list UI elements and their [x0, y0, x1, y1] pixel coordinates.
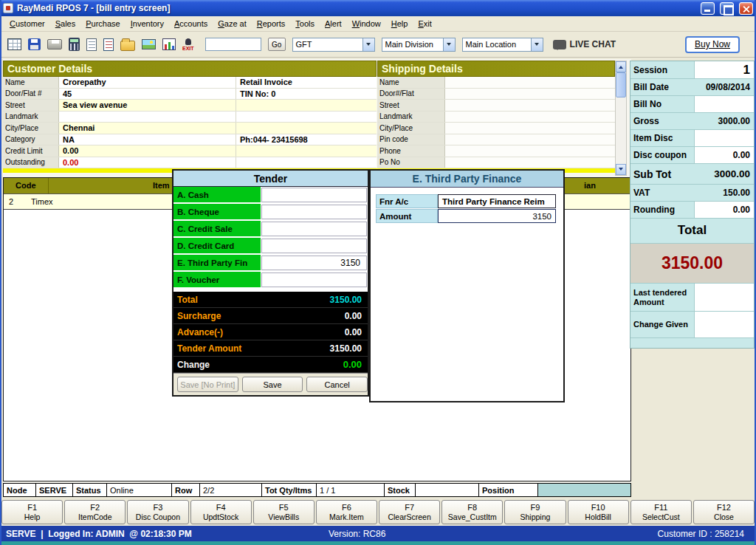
f4-updtstock-button[interactable]: F4UpdtStock	[190, 500, 252, 524]
tender-dialog: Tender A. Cash B. Cheque C. Credit Sale …	[172, 169, 369, 397]
shipping-city-field[interactable]	[445, 123, 615, 134]
street-value[interactable]: Sea view avenue	[59, 100, 236, 111]
tender-third-party-input[interactable]: 3150	[261, 256, 367, 270]
menu-exit[interactable]: Exit	[413, 17, 436, 30]
minimize-button[interactable]	[701, 2, 715, 15]
item-name-cell: Timex	[26, 197, 53, 206]
customer-name-value[interactable]: Crorepathy	[59, 77, 236, 88]
fkey-label: Shipping	[505, 513, 565, 522]
disc-coupon-value[interactable]: 0.00	[694, 147, 754, 163]
tender-credit-card-input[interactable]	[261, 239, 367, 253]
advance-value: 0.00	[261, 327, 368, 337]
tender-mode-voucher-label: F. Voucher	[173, 272, 261, 289]
exit-icon[interactable]: EXIT	[182, 38, 194, 51]
image-icon[interactable]	[142, 39, 156, 49]
menu-gaze-at[interactable]: Gaze at	[213, 17, 252, 30]
field-value-2[interactable]	[236, 112, 377, 123]
menu-inventory[interactable]: Inventory	[126, 17, 169, 30]
fnr-account-value[interactable]: Third Party Finance Reim	[438, 194, 556, 208]
scroll-up-icon[interactable]	[616, 61, 626, 72]
live-chat-button[interactable]: LIVE CHAT	[553, 39, 616, 49]
f5-viewbills-button[interactable]: F5ViewBills	[253, 500, 315, 524]
field-value-2[interactable]	[236, 100, 377, 111]
scrollbar-thumb[interactable]	[616, 72, 626, 97]
tender-cash-input[interactable]	[261, 188, 367, 202]
f6-mark-item-button[interactable]: F6Mark.Item	[316, 500, 377, 524]
chevron-down-icon[interactable]	[443, 38, 455, 51]
chevron-down-icon[interactable]	[531, 38, 543, 51]
city-value[interactable]: Chennai	[59, 123, 236, 134]
cancel-button[interactable]: Cancel	[306, 377, 368, 392]
door-value[interactable]: 45	[59, 89, 236, 100]
shipping-landmark-field[interactable]	[445, 112, 615, 123]
buy-now-button[interactable]: Buy Now	[685, 36, 740, 53]
shipping-pincode-field[interactable]	[445, 134, 615, 145]
scrollbar-track[interactable]	[616, 72, 626, 164]
menu-alert[interactable]: Alert	[320, 17, 347, 30]
f10-holdbill-button[interactable]: F10HoldBill	[568, 500, 629, 524]
f1-help-button[interactable]: F1Help	[1, 500, 63, 524]
bills-icon[interactable]	[7, 38, 21, 50]
details-scrollbar[interactable]	[615, 61, 627, 176]
menu-window[interactable]: Window	[347, 17, 386, 30]
shipping-pono-field[interactable]	[445, 157, 615, 168]
menu-customer[interactable]: Customer	[4, 17, 50, 30]
tender-voucher-input[interactable]	[261, 272, 367, 287]
f7-clearscreen-button[interactable]: F7ClearScreen	[379, 500, 440, 524]
go-button[interactable]: Go	[268, 38, 286, 51]
chat-bubble-icon	[553, 40, 566, 49]
f3-disc-coupon-button[interactable]: F3Disc Coupon	[127, 500, 188, 524]
tender-cheque-input[interactable]	[261, 205, 367, 219]
quick-search-input[interactable]	[205, 38, 261, 51]
menu-accounts[interactable]: Accounts	[169, 17, 213, 30]
maximize-button[interactable]	[720, 2, 734, 15]
shipping-door-field[interactable]	[445, 89, 615, 100]
field-value-2[interactable]	[236, 145, 377, 157]
shipping-street-field[interactable]	[445, 100, 615, 111]
tot-qty-label: Tot Qty/Itms	[262, 484, 317, 496]
f11-selectcust-button[interactable]: F11SelectCust	[630, 500, 692, 524]
branch-dropdown-value: GFT	[296, 40, 312, 49]
landmark-value[interactable]	[59, 112, 236, 123]
document-list-icon[interactable]	[103, 38, 114, 51]
rounding-value[interactable]: 0.00	[694, 202, 754, 218]
open-folder-icon[interactable]	[120, 41, 135, 51]
phone-value[interactable]: Ph:044- 23415698	[236, 134, 377, 145]
chevron-down-icon[interactable]	[362, 38, 374, 51]
category-value[interactable]: NA	[59, 134, 236, 145]
save-button[interactable]: Save	[242, 377, 303, 392]
menu-help[interactable]: Help	[386, 17, 413, 30]
menu-purchase[interactable]: Purchase	[80, 17, 125, 30]
f9-shipping-button[interactable]: F9Shipping	[504, 500, 566, 524]
branch-dropdown[interactable]: GFT	[292, 38, 375, 52]
save-bill-icon[interactable]	[28, 38, 41, 50]
menu-reports[interactable]: Reports	[252, 17, 291, 30]
f12-close-button[interactable]: F12Close	[693, 500, 755, 524]
tender-credit-sale-input[interactable]	[261, 222, 367, 236]
tin-value[interactable]: TIN No: 0	[236, 89, 377, 100]
division-dropdown[interactable]: Main Division	[382, 38, 456, 52]
item-disc-label: Item Disc	[630, 130, 694, 146]
tender-amount-label: Tender Amount	[173, 343, 261, 354]
f8-save-custitm-button[interactable]: F8Save_CustItm	[441, 500, 503, 524]
f2-itemcode-button[interactable]: F2ItemCode	[64, 500, 126, 524]
calculator-icon[interactable]	[69, 38, 80, 51]
amount-input[interactable]: 3150	[438, 209, 556, 223]
save-no-print-button[interactable]: Save [No Print]	[177, 377, 238, 392]
field-value-2[interactable]	[236, 157, 377, 168]
scroll-down-icon[interactable]	[616, 164, 626, 175]
document-icon[interactable]	[86, 38, 97, 51]
shipping-phone-field[interactable]	[445, 145, 615, 157]
close-button[interactable]	[739, 2, 753, 15]
print-icon[interactable]	[47, 39, 62, 49]
field-label: Street	[377, 100, 445, 111]
invoice-type-value[interactable]: Retail Invoice	[236, 77, 377, 88]
shipping-name-field[interactable]	[445, 77, 615, 88]
location-dropdown[interactable]: Main Location	[462, 38, 543, 52]
menu-tools[interactable]: Tools	[290, 17, 320, 30]
menu-sales[interactable]: Sales	[50, 17, 81, 30]
credit-limit-value[interactable]: 0.00	[59, 145, 236, 157]
outstanding-value[interactable]: 0.00	[59, 157, 236, 168]
field-value-2[interactable]	[236, 123, 377, 134]
chart-icon[interactable]	[162, 38, 176, 50]
